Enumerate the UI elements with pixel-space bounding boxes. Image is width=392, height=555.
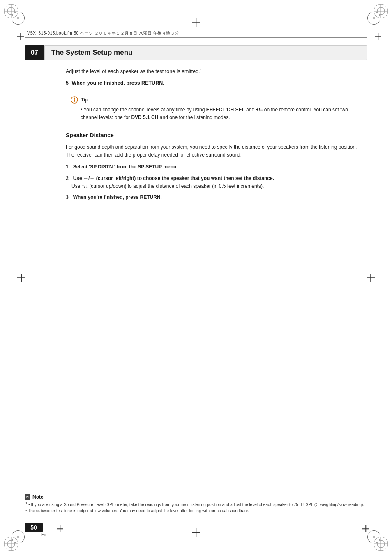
chapter-title: The System Setup menu bbox=[51, 48, 132, 57]
chapter-title-box: The System Setup menu bbox=[44, 45, 367, 60]
page-container: VSX_815-915.book.fm 50 ページ ２００４年１２月８日 水曜… bbox=[0, 0, 392, 555]
svg-point-17 bbox=[74, 97, 75, 99]
chapter-header: 07 The System Setup menu bbox=[25, 45, 367, 60]
note-header: N Note bbox=[25, 494, 367, 500]
step2-bold: Use ←/→ (cursor left/right) to choose th… bbox=[73, 175, 274, 181]
step3-text: When you're finished, press RETURN. bbox=[73, 194, 162, 200]
speaker-distance-section: Speaker Distance For good sound depth an… bbox=[66, 132, 359, 201]
reg-mark-br bbox=[367, 530, 380, 543]
page-number: 50 bbox=[25, 523, 43, 532]
tip-label: Tip bbox=[81, 97, 88, 103]
svg-rect-18 bbox=[74, 99, 75, 102]
note-text1: 1 • If you are using a Sound Pressure Le… bbox=[25, 501, 367, 508]
step5: 5 When you're finished, press RETURN. bbox=[66, 79, 359, 87]
tip-header: Tip bbox=[71, 96, 354, 104]
tip-bullet1: You can change the channel levels at any… bbox=[81, 107, 348, 120]
step3-number: 3 bbox=[66, 194, 69, 200]
note-section: N Note 1 • If you are using a Sound Pres… bbox=[25, 492, 367, 514]
tip-content: You can change the channel levels at any… bbox=[81, 106, 354, 121]
note-text2: • The subwoofer test tone is output at l… bbox=[25, 508, 367, 514]
step5-number: 5 bbox=[66, 80, 69, 86]
crosshair-right bbox=[367, 274, 375, 282]
reg-mark-tr bbox=[367, 12, 380, 25]
page-lang: En bbox=[41, 532, 46, 537]
step2: 2 Use ←/→ (cursor left/right) to choose … bbox=[66, 175, 359, 190]
header-bar: VSX_815-915.book.fm 50 ページ ２００４年１２月８日 水曜… bbox=[25, 29, 367, 38]
crosshair-bottom-center bbox=[192, 528, 200, 537]
step5-text: When you're finished, press RETURN. bbox=[71, 80, 164, 86]
reg-mark-bl bbox=[12, 530, 25, 543]
header-file-info: VSX_815-915.book.fm 50 ページ ２００４年１２月８日 水曜… bbox=[27, 30, 179, 36]
tip-icon bbox=[71, 96, 78, 104]
intro-text: Adjust the level of each speaker as the … bbox=[66, 68, 359, 76]
chapter-number: 07 bbox=[25, 45, 44, 60]
speaker-distance-para: For good sound depth and separation from… bbox=[66, 143, 359, 159]
tip-box: Tip You can change the channel levels at… bbox=[66, 93, 359, 124]
step1-number: 1 bbox=[66, 164, 69, 170]
step2-number: 2 bbox=[66, 175, 69, 181]
step2-normal: Use ↑/↓ (cursor up/down) to adjust the d… bbox=[71, 182, 264, 190]
content-area: Adjust the level of each speaker as the … bbox=[66, 68, 359, 485]
step1-text: Select 'SP DISTN.' from the SP SETUP men… bbox=[73, 164, 178, 170]
crosshair-top-center bbox=[192, 18, 200, 27]
reg-mark-tl bbox=[12, 12, 25, 25]
speaker-distance-heading: Speaker Distance bbox=[66, 132, 359, 140]
step1: 1 Select 'SP DISTN.' from the SP SETUP m… bbox=[66, 163, 359, 171]
crosshair-header-left bbox=[17, 33, 24, 40]
note-label: Note bbox=[32, 494, 44, 500]
crosshair-left bbox=[17, 274, 25, 282]
step3: 3 When you're finished, press RETURN. bbox=[66, 193, 359, 201]
note-icon: N bbox=[25, 494, 30, 500]
note-icon-text: N bbox=[26, 495, 29, 499]
crosshair-header-right bbox=[375, 33, 381, 40]
footnote-1-ref: 1 bbox=[200, 68, 202, 72]
